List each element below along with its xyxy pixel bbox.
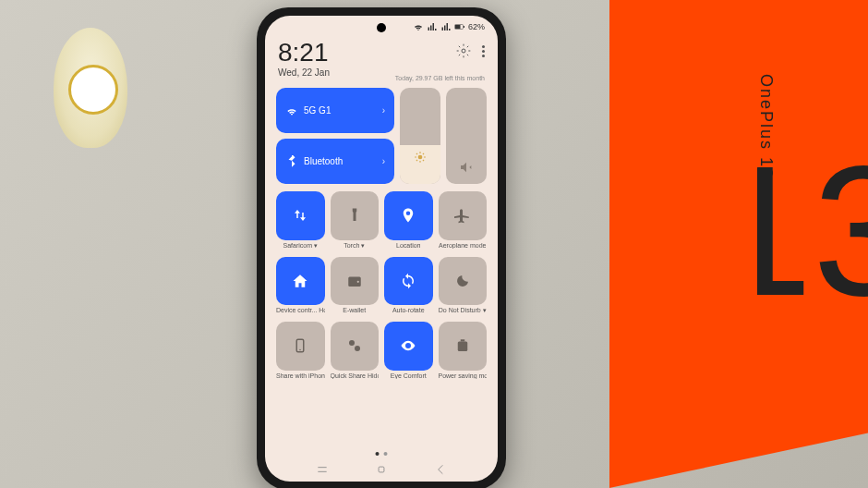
torch-icon (346, 207, 363, 224)
svg-line-12 (423, 153, 424, 154)
moon-icon (454, 273, 471, 289)
more-icon[interactable] (482, 45, 485, 57)
tile-powersaving[interactable]: Power saving mode (439, 322, 488, 371)
home-nav-icon[interactable] (375, 463, 388, 476)
svg-line-9 (416, 153, 417, 154)
tile-dnd[interactable]: Do Not Disturb ▾ (439, 257, 488, 306)
tile-share-iphone[interactable]: Share with iPhone (276, 322, 325, 371)
svg-point-17 (349, 340, 355, 346)
settings-icon[interactable] (456, 43, 471, 58)
svg-rect-20 (461, 340, 465, 342)
recents-icon[interactable] (316, 463, 329, 476)
svg-point-3 (462, 49, 465, 53)
pin-icon (400, 207, 416, 224)
phone-screen[interactable]: 62% 8:21 Wed, 22 Jan Today, 29.97 GB lef… (265, 16, 498, 482)
volume-slider[interactable] (446, 88, 487, 184)
tile-label: Do Not Disturb ▾ (439, 307, 488, 314)
svg-rect-19 (458, 342, 468, 352)
data-usage-text: Today, 29.97 GB left this month (395, 75, 485, 81)
tile-mobile-data[interactable]: Safaricom ▾ (276, 191, 325, 240)
svg-rect-2 (464, 26, 464, 28)
tile-label: Auto-rotate (384, 307, 433, 314)
quickshare-icon (346, 337, 363, 354)
tile-torch[interactable]: Torch ▾ (331, 191, 380, 240)
page-indicator (376, 452, 388, 456)
wifi-tile[interactable]: 5G G1 › (276, 88, 394, 133)
tile-ewallet[interactable]: E-wallet (331, 257, 380, 306)
battery-saver-icon (454, 337, 471, 354)
tile-label: Device contr... Home (276, 307, 325, 314)
signal-icon (427, 21, 438, 32)
tile-autorotate[interactable]: Auto-rotate (384, 257, 433, 306)
bluetooth-tile[interactable]: Bluetooth › (276, 139, 394, 184)
eye-icon (400, 337, 416, 354)
tile-location[interactable]: Location (384, 191, 433, 240)
battery-percent: 62% (468, 22, 485, 31)
home-icon (292, 273, 308, 289)
tile-label: Eye Comfort (384, 372, 433, 380)
desk-clock (54, 28, 127, 148)
brightness-slider[interactable] (400, 88, 440, 184)
bluetooth-icon (285, 155, 298, 168)
svg-point-4 (418, 154, 423, 159)
chevron-right-icon[interactable]: › (382, 105, 385, 116)
svg-point-14 (356, 280, 358, 282)
status-bar: 62% (413, 21, 485, 32)
chevron-right-icon[interactable]: › (382, 156, 385, 166)
arrows-updown-icon (292, 207, 308, 224)
tile-label: Share with iPhone (276, 372, 325, 380)
wifi-label: 5G G1 (304, 105, 377, 116)
box-number: 13 (757, 18, 868, 444)
svg-line-11 (416, 160, 417, 161)
signal-icon-2 (440, 21, 452, 32)
bluetooth-label: Bluetooth (304, 156, 377, 166)
tile-airplane[interactable]: Aeroplane mode (439, 191, 488, 240)
front-camera (377, 23, 386, 32)
battery-icon (454, 21, 465, 32)
tile-label: Power saving mode (439, 372, 488, 380)
share-icon (292, 337, 308, 354)
clock-date: Wed, 22 Jan (278, 67, 330, 78)
wifi-icon (285, 104, 298, 117)
svg-rect-23 (379, 467, 384, 472)
tile-label: Quick Share Hidden (331, 372, 380, 380)
plane-icon (454, 207, 471, 224)
rotate-icon (400, 273, 416, 289)
tile-label: Aeroplane mode (439, 242, 488, 250)
tile-eyecomfort[interactable]: Eye Comfort (384, 322, 433, 371)
wallet-icon (346, 273, 363, 289)
svg-rect-1 (455, 25, 461, 29)
tile-quickshare[interactable]: Quick Share Hidden (331, 322, 380, 371)
tile-label: E-wallet (331, 307, 380, 314)
volume-mute-icon (459, 160, 474, 175)
svg-point-18 (355, 346, 360, 351)
tile-label: Safaricom ▾ (276, 242, 325, 250)
brightness-icon (414, 151, 427, 164)
back-icon[interactable] (434, 463, 447, 476)
svg-point-16 (300, 349, 302, 351)
navigation-bar (265, 463, 498, 476)
tile-device-control[interactable]: Device contr... Home (276, 257, 325, 306)
wifi-icon (413, 21, 424, 32)
clock-time: 8:21 (278, 40, 330, 66)
svg-line-10 (423, 160, 424, 161)
tile-label: Location (384, 242, 433, 250)
phone-frame: 62% 8:21 Wed, 22 Jan Today, 29.97 GB lef… (257, 7, 506, 488)
tile-label: Torch ▾ (331, 242, 380, 250)
